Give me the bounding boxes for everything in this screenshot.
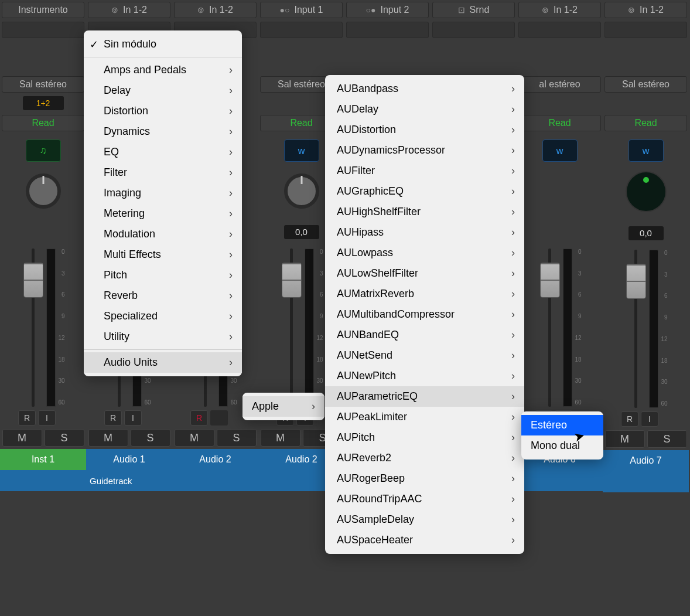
input-monitor-button[interactable]: I xyxy=(124,410,142,426)
menu-item-pitch[interactable]: Pitch› xyxy=(84,265,242,285)
record-enable-button[interactable]: R xyxy=(190,410,208,426)
menu-item-aumultibandcompressor[interactable]: AUMultibandCompressor› xyxy=(325,304,524,325)
insert-slot[interactable] xyxy=(604,22,687,38)
insert-slot[interactable] xyxy=(346,22,429,38)
volume-fader[interactable] xyxy=(624,246,648,410)
au-submenu[interactable]: AUBandpass›AUDelay›AUDistortion›AUDynami… xyxy=(325,75,524,554)
gain-readout: 0,0 xyxy=(284,225,319,239)
menu-item-auhipass[interactable]: AUHipass› xyxy=(325,222,524,243)
menu-item-aumatrixreverb[interactable]: AUMatrixReverb› xyxy=(325,284,524,304)
input-monitor-button[interactable]: I xyxy=(641,411,658,427)
plugin-menu[interactable]: ✓Sin móduloAmps and Pedals›Delay›Distort… xyxy=(84,30,242,376)
vendor-submenu[interactable]: Apple› xyxy=(242,393,324,420)
solo-button[interactable]: S xyxy=(131,429,170,447)
menu-item-apple[interactable]: Apple› xyxy=(242,396,324,417)
menu-item-audistortion[interactable]: AUDistortion› xyxy=(325,120,524,140)
menu-item-audio-units[interactable]: Audio Units› xyxy=(84,352,242,373)
menu-item-auparametriceq[interactable]: AUParametricEQ› xyxy=(325,386,524,407)
mute-button[interactable]: M xyxy=(261,429,300,447)
input-slot[interactable]: ○● Input 2 xyxy=(346,2,429,18)
insert-slot[interactable] xyxy=(518,22,601,38)
track-name[interactable]: Audio 2 xyxy=(172,449,258,470)
menu-item-ausampledelay[interactable]: AUSampleDelay› xyxy=(325,509,524,530)
track-name[interactable]: Audio 1 xyxy=(86,449,172,470)
menu-item-aupitch[interactable]: AUPitch› xyxy=(325,427,524,448)
solo-button[interactable]: S xyxy=(45,429,84,447)
output-slot[interactable]: Sal estéreo xyxy=(2,76,84,93)
menu-item-no-plugin[interactable]: ✓Sin módulo xyxy=(84,34,242,55)
insert-slot[interactable] xyxy=(2,22,84,38)
menu-item-aupeaklimiter[interactable]: AUPeakLimiter› xyxy=(325,407,524,427)
audio-wave-icon[interactable]: 𝗐 xyxy=(628,139,664,162)
solo-button[interactable]: S xyxy=(647,430,687,448)
menu-item-aulowpass[interactable]: AULowpass› xyxy=(325,243,524,263)
menu-item-reverb[interactable]: Reverb› xyxy=(84,285,242,306)
audio-wave-icon[interactable]: 𝗐 xyxy=(542,139,578,162)
input-slot[interactable]: ●○ Input 1 xyxy=(260,2,343,18)
input-slot[interactable]: ⊚ In 1-2 xyxy=(518,2,601,18)
menu-item-dynamics[interactable]: Dynamics› xyxy=(84,121,242,142)
solo-button[interactable]: S xyxy=(217,429,257,447)
menu-item-audelay[interactable]: AUDelay› xyxy=(325,99,524,120)
menu-item-aufilter[interactable]: AUFilter› xyxy=(325,161,524,181)
insert-slot[interactable] xyxy=(260,22,343,38)
mute-button[interactable]: M xyxy=(88,429,128,447)
menu-item-eq[interactable]: EQ› xyxy=(84,142,242,162)
menu-item-mono-dual[interactable]: Mono dual xyxy=(521,435,603,456)
automation-read-button[interactable]: Read xyxy=(518,115,601,131)
menu-item-aurogerbeep[interactable]: AURogerBeep› xyxy=(325,468,524,489)
instrument-icon[interactable]: ♫ xyxy=(26,139,61,162)
input-slot[interactable]: ⊚ In 1-2 xyxy=(604,2,687,18)
track-name[interactable]: Inst 1 xyxy=(0,449,86,470)
menu-item-audynamicsprocessor[interactable]: AUDynamicsProcessor› xyxy=(325,140,524,161)
automation-read-button[interactable]: Read xyxy=(2,115,84,131)
input-monitor-button[interactable]: I xyxy=(210,410,228,426)
menu-item-auroundtripaac[interactable]: AURoundTripAAC› xyxy=(325,489,524,509)
menu-item-amps-and-pedals[interactable]: Amps and Pedals› xyxy=(84,60,242,80)
menu-item-metering[interactable]: Metering› xyxy=(84,203,242,224)
menu-item-distortion[interactable]: Distortion› xyxy=(84,101,242,121)
menu-item-estéreo[interactable]: Estéreo xyxy=(521,415,603,435)
menu-item-aunetsend[interactable]: AUNetSend› xyxy=(325,345,524,366)
input-monitor-button[interactable]: I xyxy=(38,410,56,426)
mute-button[interactable]: M xyxy=(175,429,214,447)
input-slot[interactable]: Instrumento xyxy=(2,2,84,18)
menu-item-delay[interactable]: Delay› xyxy=(84,80,242,101)
record-enable-button[interactable]: R xyxy=(18,410,36,426)
pan-knob[interactable] xyxy=(284,173,319,209)
record-enable-button[interactable]: R xyxy=(621,411,638,427)
mute-button[interactable]: M xyxy=(605,430,645,448)
menu-item-aubandpass[interactable]: AUBandpass› xyxy=(325,79,524,99)
bus-assign[interactable]: 1+2 xyxy=(23,96,64,110)
menu-item-auhighshelffilter[interactable]: AUHighShelfFilter› xyxy=(325,202,524,222)
output-slot[interactable]: al estéreo xyxy=(518,76,601,93)
volume-fader[interactable] xyxy=(22,245,45,409)
surround-panner[interactable] xyxy=(626,171,667,212)
input-slot[interactable]: ⊚ In 1-2 xyxy=(174,2,257,18)
menu-item-augraphiceq[interactable]: AUGraphicEQ› xyxy=(325,181,524,202)
menu-item-aulowshelffilter[interactable]: AULowShelfFilter› xyxy=(325,263,524,284)
input-slot[interactable]: ⊡ Srnd xyxy=(432,2,515,18)
input-slot[interactable]: ⊚ In 1-2 xyxy=(88,2,170,18)
channel-submenu[interactable]: EstéreoMono dual xyxy=(521,411,603,460)
volume-fader[interactable] xyxy=(280,245,303,409)
menu-item-utility[interactable]: Utility› xyxy=(84,326,242,347)
menu-item-imaging[interactable]: Imaging› xyxy=(84,183,242,203)
menu-item-specialized[interactable]: Specialized› xyxy=(84,306,242,326)
menu-item-auspaceheater[interactable]: AUSpaceHeater› xyxy=(325,530,524,550)
volume-fader[interactable] xyxy=(538,245,562,409)
output-slot[interactable]: Sal estéreo xyxy=(604,76,687,93)
menu-item-modulation[interactable]: Modulation› xyxy=(84,224,242,244)
pan-knob[interactable] xyxy=(26,173,61,209)
menu-item-filter[interactable]: Filter› xyxy=(84,162,242,183)
audio-wave-icon[interactable]: 𝗐 xyxy=(284,139,319,162)
mute-button[interactable]: M xyxy=(2,429,42,447)
menu-item-multi-effects[interactable]: Multi Effects› xyxy=(84,244,242,265)
menu-item-aunbandeq[interactable]: AUNBandEQ› xyxy=(325,325,524,345)
automation-read-button[interactable]: Read xyxy=(604,115,687,131)
insert-slot[interactable] xyxy=(432,22,515,38)
record-enable-button[interactable]: R xyxy=(104,410,122,426)
menu-item-aureverb2[interactable]: AUReverb2› xyxy=(325,448,524,468)
menu-item-aunewpitch[interactable]: AUNewPitch› xyxy=(325,366,524,386)
track-name[interactable]: Audio 7 xyxy=(603,450,689,471)
